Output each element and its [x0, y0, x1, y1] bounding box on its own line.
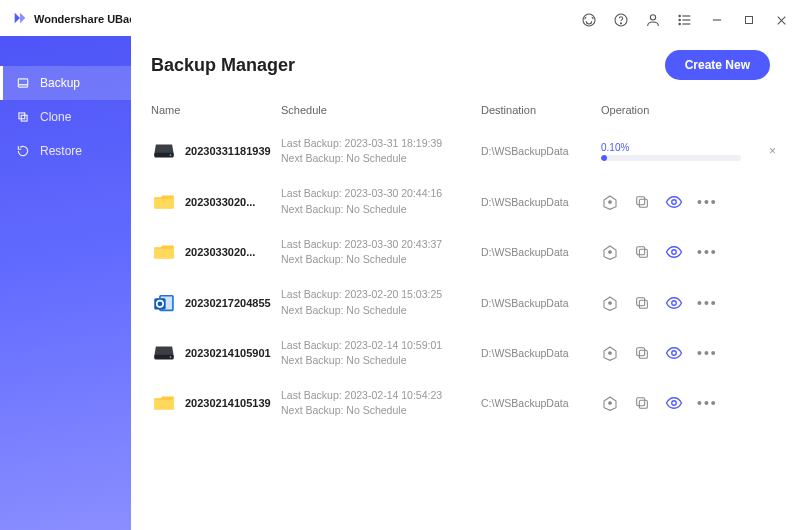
- view-icon[interactable]: [665, 193, 683, 211]
- svg-rect-37: [637, 297, 645, 305]
- svg-rect-48: [639, 401, 647, 409]
- copy-icon[interactable]: [633, 294, 651, 312]
- row-schedule: Last Backup: 2023-03-30 20:43:37Next Bac…: [281, 237, 481, 267]
- page-title: Backup Manager: [151, 55, 295, 76]
- svg-rect-15: [746, 17, 753, 24]
- copy-icon[interactable]: [633, 193, 651, 211]
- app-root: Wondershare UBackit Backup Clone Restor: [0, 0, 800, 530]
- main-panel: Backup Manager Create New Name Schedule …: [131, 0, 800, 530]
- svg-point-50: [672, 401, 677, 406]
- row-operation: •••: [601, 394, 780, 412]
- support-icon[interactable]: [580, 11, 598, 29]
- column-header-operation: Operation: [601, 104, 780, 116]
- row-name: 2023033020...: [151, 189, 281, 215]
- more-icon[interactable]: •••: [697, 346, 718, 360]
- sidebar-item-backup[interactable]: Backup: [0, 66, 131, 100]
- svg-point-24: [672, 199, 677, 204]
- backup-now-icon[interactable]: [601, 243, 619, 261]
- svg-point-6: [620, 23, 621, 24]
- svg-point-7: [650, 15, 655, 20]
- disk-icon: [151, 138, 177, 164]
- more-icon[interactable]: •••: [697, 245, 718, 259]
- folder-icon: [151, 239, 177, 265]
- sidebar-item-restore[interactable]: Restore: [0, 134, 131, 168]
- last-backup: Last Backup: 2023-02-20 15:03:25: [281, 287, 481, 302]
- view-icon[interactable]: [665, 243, 683, 261]
- svg-point-11: [679, 15, 680, 16]
- table-row: 20230214105139Last Backup: 2023-02-14 10…: [151, 378, 780, 428]
- row-destination: D:\WSBackupData: [481, 297, 601, 309]
- copy-icon[interactable]: [633, 344, 651, 362]
- row-name: 20230214105901: [151, 340, 281, 366]
- svg-rect-49: [637, 398, 645, 406]
- more-icon[interactable]: •••: [697, 396, 718, 410]
- next-backup: Next Backup: No Schedule: [281, 353, 481, 368]
- row-operation: •••: [601, 344, 780, 362]
- last-backup: Last Backup: 2023-03-30 20:44:16: [281, 186, 481, 201]
- backup-name: 20230217204855: [185, 297, 271, 309]
- row-name: 20230214105139: [151, 390, 281, 416]
- row-schedule: Last Backup: 2023-02-20 15:03:25Next Bac…: [281, 287, 481, 317]
- progress-label: 0.10%: [601, 142, 751, 153]
- folder-icon: [151, 390, 177, 416]
- svg-point-38: [672, 300, 677, 305]
- row-destination: D:\WSBackupData: [481, 196, 601, 208]
- next-backup: Next Backup: No Schedule: [281, 202, 481, 217]
- svg-point-45: [672, 351, 677, 356]
- svg-point-26: [609, 251, 612, 254]
- sidebar-item-clone[interactable]: Clone: [0, 100, 131, 134]
- view-icon[interactable]: [665, 394, 683, 412]
- outlook-icon: [151, 290, 177, 316]
- menu-list-icon[interactable]: [676, 11, 694, 29]
- svg-point-40: [170, 356, 172, 358]
- last-backup: Last Backup: 2023-02-14 10:59:01: [281, 338, 481, 353]
- backup-name: 2023033020...: [185, 196, 255, 208]
- cancel-icon[interactable]: ×: [765, 144, 780, 158]
- svg-point-29: [672, 250, 677, 255]
- disk-icon: [151, 340, 177, 366]
- titlebar: [131, 0, 800, 36]
- progress-bar: [601, 155, 741, 161]
- next-backup: Next Backup: No Schedule: [281, 303, 481, 318]
- window-maximize-icon[interactable]: [740, 11, 758, 29]
- account-icon[interactable]: [644, 11, 662, 29]
- copy-icon[interactable]: [633, 394, 651, 412]
- backup-now-icon[interactable]: [601, 294, 619, 312]
- row-destination: C:\WSBackupData: [481, 397, 601, 409]
- row-name: 2023033020...: [151, 239, 281, 265]
- row-schedule: Last Backup: 2023-02-14 10:59:01Next Bac…: [281, 338, 481, 368]
- view-icon[interactable]: [665, 344, 683, 362]
- help-icon[interactable]: [612, 11, 630, 29]
- backup-now-icon[interactable]: [601, 344, 619, 362]
- column-header-destination: Destination: [481, 104, 601, 116]
- svg-rect-28: [637, 247, 645, 255]
- svg-point-47: [609, 402, 612, 405]
- next-backup: Next Backup: No Schedule: [281, 252, 481, 267]
- table-row: 20230214105901Last Backup: 2023-02-14 10…: [151, 328, 780, 378]
- backup-now-icon[interactable]: [601, 394, 619, 412]
- last-backup: Last Backup: 2023-03-31 18:19:39: [281, 136, 481, 151]
- backup-now-icon[interactable]: [601, 193, 619, 211]
- last-backup: Last Backup: 2023-02-14 10:54:23: [281, 388, 481, 403]
- row-destination: D:\WSBackupData: [481, 145, 601, 157]
- create-new-button[interactable]: Create New: [665, 50, 770, 80]
- more-icon[interactable]: •••: [697, 195, 718, 209]
- svg-point-12: [679, 19, 680, 20]
- view-icon[interactable]: [665, 294, 683, 312]
- svg-point-19: [170, 154, 172, 156]
- svg-rect-23: [637, 196, 645, 204]
- restore-icon: [16, 144, 30, 158]
- backup-icon: [16, 76, 30, 90]
- last-backup: Last Backup: 2023-03-30 20:43:37: [281, 237, 481, 252]
- row-operation: •••: [601, 193, 780, 211]
- folder-icon: [151, 189, 177, 215]
- window-minimize-icon[interactable]: [708, 11, 726, 29]
- backup-name: 20230214105139: [185, 397, 271, 409]
- sidebar-item-label: Restore: [40, 144, 82, 158]
- svg-point-42: [609, 352, 612, 355]
- more-icon[interactable]: •••: [697, 296, 718, 310]
- table-row: 20230217204855Last Backup: 2023-02-20 15…: [151, 277, 780, 327]
- row-destination: D:\WSBackupData: [481, 347, 601, 359]
- copy-icon[interactable]: [633, 243, 651, 261]
- window-close-icon[interactable]: [772, 11, 790, 29]
